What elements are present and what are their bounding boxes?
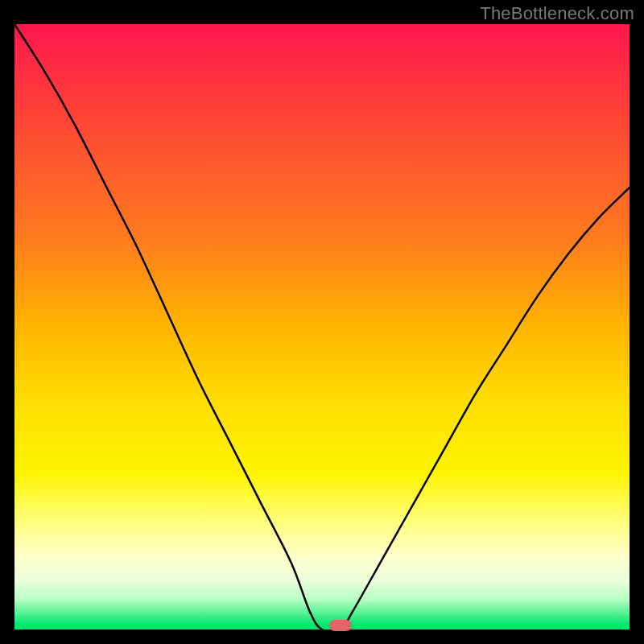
chart-frame: TheBottleneck.com	[0, 0, 644, 644]
optimum-marker	[329, 620, 352, 631]
plot-area	[14, 24, 630, 630]
attribution-text: TheBottleneck.com	[480, 3, 634, 24]
curve-svg	[14, 24, 630, 630]
bottleneck-curve	[14, 24, 630, 630]
